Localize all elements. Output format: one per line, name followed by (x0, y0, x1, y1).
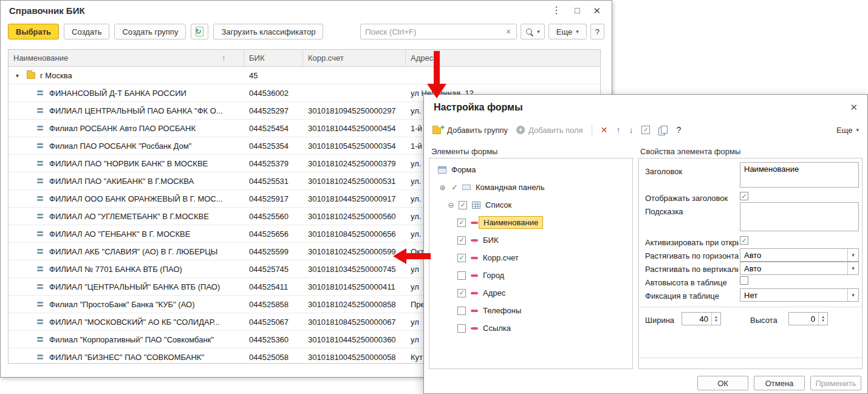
add-fields-button[interactable]: + Добавить поля (516, 126, 583, 135)
prop-label-stretch-v: Растягивать по вертикали (645, 265, 739, 274)
prop-stretch-h-select[interactable]: Авто ▾ (740, 248, 859, 262)
check-all-icon[interactable]: ✓ (641, 126, 650, 134)
field-checkbox[interactable]: ✓ (457, 254, 466, 262)
bank-bik: 044525917 (249, 194, 289, 203)
expand-icon[interactable]: ⊕ (438, 183, 447, 192)
move-down-icon[interactable]: ↓ (629, 126, 633, 134)
column-header-name[interactable]: Наименование ↑ (9, 50, 244, 66)
field-checkbox[interactable] (457, 324, 466, 333)
create-from-classifier-button[interactable]: ↻ (191, 24, 208, 39)
field-checkbox[interactable] (457, 271, 466, 280)
bank-bik: 044525858 (249, 300, 289, 309)
props-panel-label: Свойства элемента формы (640, 147, 740, 156)
field-checkbox[interactable] (457, 307, 466, 315)
field-checkbox[interactable]: ✓ (457, 236, 466, 245)
more-button[interactable]: Еще ▾ (548, 24, 587, 39)
load-classifier-button[interactable]: Загрузить классификатор (213, 24, 323, 39)
cell-corr: 30101810545250000354 (303, 137, 406, 154)
column-header-bik[interactable]: БИК (244, 50, 303, 66)
dialog-buttons: ОК Отмена Применить (697, 376, 861, 390)
window-menu-icon[interactable]: ⋮ (552, 5, 561, 15)
prop-stretch-v-select[interactable]: Авто ▾ (740, 262, 859, 275)
more-button-label: Еще (556, 27, 572, 36)
select-button[interactable]: Выбрать (8, 24, 59, 39)
prop-fixation-select[interactable]: Нет ▾ (740, 288, 859, 302)
field-checkbox[interactable]: ✓ (457, 289, 466, 297)
create-button[interactable]: Создать (64, 24, 109, 39)
copy-settings-icon[interactable] (658, 126, 668, 135)
bank-bik: 044525745 (249, 265, 289, 274)
document-refresh-icon: ↻ (196, 27, 203, 36)
field-checkbox[interactable]: ✓ (457, 219, 466, 227)
maximize-icon[interactable]: □ (575, 6, 579, 15)
tree-field-korr-schet[interactable]: ✓ Корр.счет (429, 249, 632, 267)
group-row-moscow[interactable]: ▾ г Москва 45 (9, 67, 600, 84)
prop-autoheight-checkbox[interactable] (740, 276, 748, 285)
field-icon (471, 325, 478, 332)
form-settings-dialog: Настройка формы ✕ + Добавить группу + До… (423, 94, 868, 394)
bank-bik: 044525531 (249, 177, 289, 186)
tree-node-command-bar[interactable]: ⊕ ✓ Командная панель (429, 178, 632, 196)
column-header-addr[interactable]: Адрес (406, 50, 600, 66)
cell-addr (406, 67, 600, 84)
prop-title-input[interactable]: Наименование (740, 162, 859, 188)
apply-button[interactable]: Применить (810, 376, 861, 390)
prop-height-spinner[interactable]: 0 ▴▾ (788, 312, 828, 325)
prop-width-spinner[interactable]: 40 ▴▾ (682, 312, 721, 325)
column-header-corr[interactable]: Корр.счет (303, 50, 406, 66)
prop-label-tooltip: Подсказка (645, 207, 739, 216)
tree-node-label: Форма (451, 165, 476, 174)
sort-asc-icon: ↑ (222, 54, 225, 63)
window-controls: ⋮ □ ✕ (552, 5, 601, 15)
bank-corr: 30101810345250000745 (308, 265, 396, 274)
dialog-close-icon[interactable]: ✕ (850, 102, 858, 113)
cancel-button[interactable]: Отмена (754, 376, 805, 390)
search-input[interactable]: Поиск (Ctrl+F) × (360, 24, 517, 39)
prop-show-title-checkbox[interactable]: ✓ (740, 192, 748, 200)
tree-field-telefony[interactable]: Телефоны (429, 302, 632, 319)
tree-field-gorod[interactable]: Город (429, 267, 632, 284)
cell-corr: 30101810945250000297 (303, 102, 406, 119)
bank-icon (36, 248, 44, 256)
list-table-icon (472, 202, 480, 209)
spinner-arrows-icon[interactable]: ▴▾ (818, 313, 827, 325)
search-placeholder: Поиск (Ctrl+F) (365, 27, 505, 36)
cell-name: ФИЛИАЛ АО "УГЛЕМЕТБАНК" В Г.МОСКВЕ (9, 208, 244, 225)
tree-field-ssylka[interactable]: Ссылка (429, 319, 632, 337)
create-group-button[interactable]: Создать группу (114, 24, 186, 39)
tree-field-naimenovanie[interactable]: ✓ Наименование (429, 214, 632, 231)
command-bar-check[interactable]: ✓ (450, 183, 459, 192)
help-button[interactable]: ? (590, 24, 604, 39)
dialog-help-icon[interactable]: ? (676, 126, 681, 134)
dialog-toolbar: + Добавить группу + Добавить поля ✕ ↑ ↓ … (424, 120, 867, 140)
bank-name: Филиал "Корпоративный" ПАО "Совкомбанк" (49, 335, 214, 344)
collapse-icon[interactable]: ⊖ (446, 201, 456, 209)
move-up-icon[interactable]: ↑ (616, 126, 620, 134)
delete-icon[interactable]: ✕ (601, 126, 608, 134)
bank-name: ФИЛИАЛ ЦЕНТРАЛЬНЫЙ ПАО БАНКА "ФК О... (49, 106, 223, 115)
dialog-more-button[interactable]: Еще ▾ (836, 126, 859, 135)
expander-icon[interactable]: ▾ (16, 72, 24, 79)
tree-field-adres[interactable]: ✓ Адрес (429, 284, 632, 302)
cell-bik: 044525454 (244, 120, 303, 137)
prop-activate-checkbox[interactable]: ✓ (740, 236, 748, 245)
tree-node-list[interactable]: ⊖ ✓ Список (429, 196, 632, 214)
close-icon[interactable]: ✕ (593, 6, 601, 15)
spinner-arrows-icon[interactable]: ▴▾ (711, 313, 720, 325)
bank-icon (36, 353, 44, 361)
tree-field-bik[interactable]: ✓ БИК (429, 231, 632, 249)
toolbar-separator (592, 124, 592, 135)
bank-icon (36, 124, 44, 132)
ok-button[interactable]: ОК (697, 376, 748, 390)
add-group-button[interactable]: + Добавить группу (432, 126, 508, 135)
cell-bik: 044525560 (244, 208, 303, 225)
bank-icon (36, 195, 44, 203)
list-checkbox[interactable]: ✓ (459, 201, 467, 209)
bank-bik: 044525360 (249, 335, 289, 344)
search-button[interactable]: ▾ (521, 24, 545, 39)
clear-search-icon[interactable]: × (505, 27, 512, 36)
bank-addr: ул. (411, 212, 421, 221)
prop-tooltip-input[interactable] (740, 202, 859, 231)
bank-addr: 1-й (411, 124, 422, 133)
tree-node-form[interactable]: Форма (429, 161, 632, 178)
